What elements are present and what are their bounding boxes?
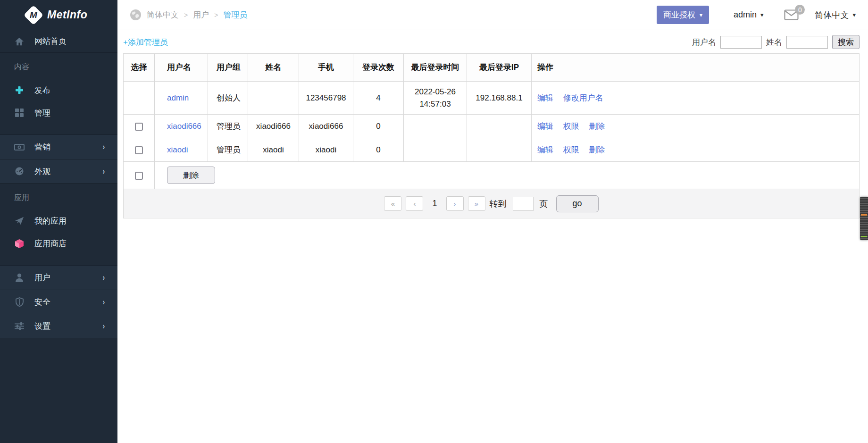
edit-link[interactable]: 编辑 [537, 122, 553, 131]
main-content: +添加管理员 用户名 姓名 搜索 选择 用户名 用户组 姓名 手机 登录次数 [117, 31, 868, 443]
search-name-input[interactable] [786, 36, 828, 49]
sidebar-section-apps: 应用 [0, 184, 117, 209]
usergroup-cell: 管理员 [208, 138, 248, 162]
admin-table: 选择 用户名 用户组 姓名 手机 登录次数 最后登录时间 最后登录IP 操作 a… [123, 53, 860, 189]
pagination-first-button[interactable]: « [384, 196, 401, 211]
goto-label: 转到 [490, 198, 507, 209]
username-link[interactable]: admin [167, 93, 189, 102]
language-dropdown[interactable]: 简体中文 ▾ [815, 9, 856, 21]
sidebar-item-settings[interactable]: 设置 › [0, 314, 117, 338]
plus-icon [14, 86, 25, 94]
logins-cell: 0 [353, 115, 404, 138]
goto-page-input[interactable] [513, 197, 534, 211]
sidebar-item-home[interactable]: 网站首页 [0, 30, 117, 53]
page-unit-label: 页 [540, 198, 548, 209]
pagination-next-button[interactable]: › [446, 196, 464, 211]
username-link[interactable]: xiaodi [167, 145, 188, 154]
scroll-minimap-widget[interactable] [860, 197, 868, 240]
sidebar-item-users[interactable]: 用户 › [0, 266, 117, 290]
sidebar-item-appearance[interactable]: 外观 › [0, 159, 117, 183]
bulk-delete-button[interactable]: 删除 [167, 167, 215, 184]
delete-link[interactable]: 删除 [589, 145, 605, 154]
search-username-input[interactable] [720, 36, 762, 49]
chevron-right-icon: › [103, 167, 105, 176]
edit-link[interactable]: 编辑 [537, 93, 553, 102]
logins-cell: 0 [353, 138, 404, 162]
user-dropdown[interactable]: admin ▾ [734, 10, 764, 20]
sidebar-group-marketing-appearance: 营销 › 外观 › [0, 134, 117, 184]
breadcrumb: 简体中文 > 用户 > 管理员 [130, 9, 247, 21]
username-link[interactable]: xiaodi666 [167, 122, 201, 131]
user-icon [14, 273, 25, 282]
header-username: 用户名 [155, 54, 208, 82]
permissions-link[interactable]: 权限 [563, 122, 579, 131]
sliders-icon [14, 322, 25, 330]
sidebar-item-marketing[interactable]: 营销 › [0, 135, 117, 159]
sidebar-item-publish[interactable]: 发布 [0, 79, 117, 101]
paper-plane-icon [14, 216, 25, 226]
delete-link[interactable]: 删除 [589, 122, 605, 131]
sidebar-item-security[interactable]: 安全 › [0, 290, 117, 314]
caret-down-icon: ▾ [700, 12, 702, 18]
minimap-orange-marker [861, 214, 867, 216]
row-checkbox[interactable] [135, 123, 143, 131]
row-checkbox[interactable] [135, 146, 143, 154]
sidebar-section-content: 内容 [0, 53, 117, 79]
logins-cell: 4 [353, 82, 404, 115]
app-name: MetInfo [47, 8, 87, 21]
table-header-row: 选择 用户名 用户组 姓名 手机 登录次数 最后登录时间 最后登录IP 操作 [124, 54, 860, 82]
sidebar-item-label: 用户 [34, 272, 50, 283]
sidebar: M MetInfo 网站首页 内容 发布 管理 营销 › [0, 0, 117, 443]
sidebar-item-label: 外观 [34, 166, 50, 177]
header-last-login-ip: 最后登录IP [467, 54, 532, 82]
header-logins: 登录次数 [353, 54, 404, 82]
gauge-icon [14, 167, 25, 176]
header-select: 选择 [124, 54, 155, 82]
app-logo[interactable]: M MetInfo [0, 0, 117, 30]
change-username-link[interactable]: 修改用户名 [563, 93, 603, 102]
sidebar-item-my-apps[interactable]: 我的应用 [0, 209, 117, 232]
permissions-link[interactable]: 权限 [563, 145, 579, 154]
sidebar-item-label: 应用商店 [34, 238, 67, 249]
go-button[interactable]: go [556, 195, 599, 212]
search-name-label: 姓名 [766, 37, 782, 48]
license-dropdown-button[interactable]: 商业授权 ▾ [657, 6, 709, 24]
breadcrumb-current[interactable]: 管理员 [223, 9, 247, 20]
sidebar-item-app-store[interactable]: 应用商店 [0, 232, 117, 255]
pagination-bar: « ‹ 1 › » 转到 页 go [123, 189, 860, 218]
last-login-ip-cell: 192.168.88.1 [467, 82, 532, 115]
user-dropdown-label: admin [734, 10, 757, 20]
cube-icon [14, 239, 25, 249]
minimap-green-marker [861, 236, 867, 237]
phone-cell: 123456798 [299, 82, 353, 115]
header-usergroup: 用户组 [208, 54, 248, 82]
breadcrumb-section[interactable]: 用户 [193, 9, 209, 20]
language-dropdown-label: 简体中文 [815, 9, 849, 21]
pagination-last-button[interactable]: » [468, 196, 485, 211]
chevron-right-icon: › [103, 297, 105, 307]
select-all-checkbox[interactable] [135, 172, 143, 180]
messages-button[interactable]: 0 [784, 9, 799, 20]
chevron-right-icon: › [103, 273, 105, 283]
edit-link[interactable]: 编辑 [537, 145, 553, 154]
chevron-right-icon: › [103, 321, 105, 331]
home-icon [14, 37, 25, 46]
phone-cell: xiaodi [299, 138, 353, 162]
table-row-xiaodi666: xiaodi666 管理员 xiaodi666 xiaodi666 0 编辑 权… [124, 115, 860, 138]
pagination-prev-button[interactable]: ‹ [406, 196, 423, 211]
sidebar-item-label: 发布 [34, 85, 50, 96]
header-name: 姓名 [248, 54, 299, 82]
last-login-ip-cell [467, 115, 532, 138]
breadcrumb-separator: > [214, 11, 218, 19]
sidebar-item-label: 管理 [34, 108, 50, 118]
pagination-current-page: 1 [432, 199, 437, 209]
sidebar-item-manage[interactable]: 管理 [0, 101, 117, 124]
name-cell [248, 82, 299, 115]
search-username-label: 用户名 [692, 37, 716, 48]
search-button[interactable]: 搜索 [832, 35, 860, 49]
add-admin-link[interactable]: +添加管理员 [123, 37, 168, 48]
phone-cell: xiaodi666 [299, 115, 353, 138]
sidebar-item-label: 网站首页 [34, 36, 67, 47]
breadcrumb-lang[interactable]: 简体中文 [147, 9, 179, 20]
search-box: 用户名 姓名 搜索 [692, 35, 860, 49]
